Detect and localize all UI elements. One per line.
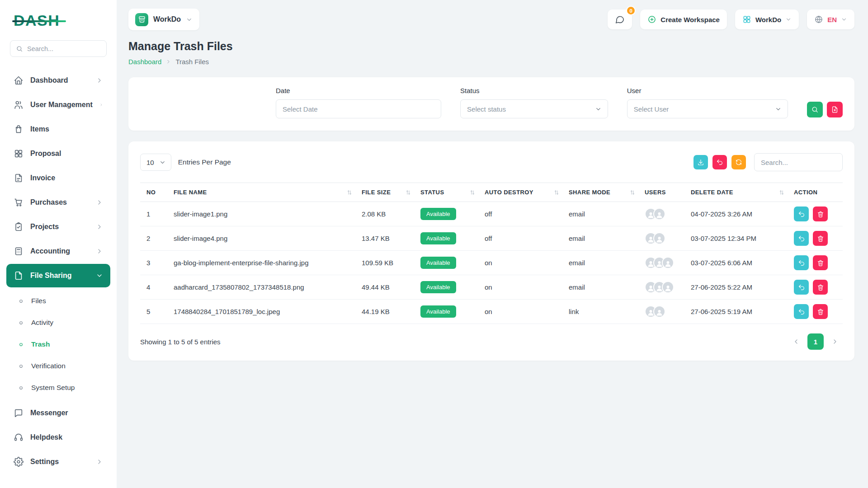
table-head: NOFILE NAMEFILE SIZESTATUSAUTO DESTROYSH… bbox=[140, 183, 843, 202]
messages-button[interactable]: 0 bbox=[608, 9, 632, 29]
grid-icon bbox=[742, 15, 751, 24]
sort-icon bbox=[629, 189, 636, 196]
status-select[interactable]: Select status bbox=[460, 99, 608, 118]
delete-button[interactable] bbox=[813, 206, 828, 221]
pagination-prev-button[interactable] bbox=[788, 334, 804, 349]
create-workspace-button[interactable]: Create Workspace bbox=[640, 9, 727, 29]
undo-icon bbox=[798, 259, 805, 267]
export-button[interactable] bbox=[693, 155, 708, 169]
breadcrumb-dashboard-link[interactable]: Dashboard bbox=[128, 58, 161, 66]
user-select-value: Select User bbox=[634, 105, 669, 113]
pagination-next-button[interactable] bbox=[827, 334, 843, 349]
sidebar-item-file-sharing[interactable]: File Sharing bbox=[6, 264, 110, 287]
column-label: AUTO DESTROY bbox=[485, 189, 533, 196]
sidebar-item-purchases[interactable]: Purchases bbox=[6, 191, 110, 214]
refresh-button[interactable] bbox=[731, 155, 746, 169]
chat-badge: 0 bbox=[626, 6, 636, 15]
sidebar-item-label: Proposal bbox=[30, 150, 61, 158]
restore-all-button[interactable] bbox=[712, 155, 727, 169]
sidebar-subitem-files[interactable]: Files bbox=[6, 290, 110, 312]
restore-button[interactable] bbox=[794, 280, 809, 295]
column-delete-date[interactable]: DELETE DATE bbox=[686, 183, 789, 202]
sidebar-item-invoice[interactable]: Invoice bbox=[6, 166, 110, 190]
table-card: 10 Entries Per Page NOFILE NAMEFILE SIZE… bbox=[128, 141, 854, 361]
chevron-down-icon bbox=[96, 272, 103, 279]
filter-reset-button[interactable] bbox=[827, 102, 843, 117]
restore-button[interactable] bbox=[794, 206, 809, 221]
create-workspace-label: Create Workspace bbox=[660, 16, 720, 23]
sidebar-item-user-management[interactable]: User Management bbox=[6, 93, 110, 117]
restore-button[interactable] bbox=[794, 255, 809, 270]
cell-auto-destroy: off bbox=[480, 202, 564, 226]
filter-search-button[interactable] bbox=[807, 102, 823, 117]
cell-users bbox=[640, 202, 686, 226]
showing-entries-text: Showing 1 to 5 of 5 entries bbox=[140, 338, 221, 346]
sidebar-item-helpdesk[interactable]: Helpdesk bbox=[6, 426, 110, 449]
sidebar-item-label: Messenger bbox=[30, 409, 68, 417]
cell-share-mode: email bbox=[564, 202, 640, 226]
download-icon bbox=[697, 159, 704, 166]
undo-icon bbox=[716, 159, 723, 166]
delete-button[interactable] bbox=[813, 280, 828, 295]
cell-action bbox=[789, 226, 843, 251]
status-badge: Available bbox=[420, 257, 456, 269]
chevron-down-icon bbox=[159, 159, 166, 166]
entries-per-page-select[interactable]: 10 bbox=[140, 154, 171, 171]
table-row: 1slider-image1.png2.08 KBAvailableoffema… bbox=[140, 202, 843, 226]
restore-button[interactable] bbox=[794, 304, 809, 319]
trash-icon bbox=[817, 235, 824, 242]
sidebar-search-input[interactable] bbox=[27, 45, 101, 52]
column-file-size[interactable]: FILE SIZE bbox=[357, 183, 416, 202]
apps-dropdown[interactable]: WorkDo bbox=[735, 9, 799, 29]
cell-auto-destroy: on bbox=[480, 300, 564, 324]
sidebar-subitem-trash[interactable]: Trash bbox=[6, 333, 110, 355]
status-select-value: Select status bbox=[467, 105, 506, 113]
sidebar-subitem-activity[interactable]: Activity bbox=[6, 312, 110, 333]
delete-button[interactable] bbox=[813, 255, 828, 270]
sidebar-item-proposal[interactable]: Proposal bbox=[6, 142, 110, 165]
trash-icon bbox=[817, 284, 824, 291]
date-input[interactable] bbox=[276, 99, 441, 118]
sidebar-subitem-verification[interactable]: Verification bbox=[6, 355, 110, 377]
column-share-mode[interactable]: SHARE MODE bbox=[564, 183, 640, 202]
cell-users bbox=[640, 275, 686, 300]
column-file-name[interactable]: FILE NAME bbox=[169, 183, 357, 202]
sidebar-item-settings[interactable]: Settings bbox=[6, 450, 110, 474]
pagination-page-1[interactable]: 1 bbox=[807, 333, 824, 350]
sidebar-item-messenger[interactable]: Messenger bbox=[6, 401, 110, 425]
trash-icon bbox=[817, 259, 824, 267]
status-badge: Available bbox=[420, 208, 456, 220]
table-header-row: NOFILE NAMEFILE SIZESTATUSAUTO DESTROYSH… bbox=[140, 183, 843, 202]
restore-button[interactable] bbox=[794, 231, 809, 246]
cell-share-mode: email bbox=[564, 275, 640, 300]
language-dropdown[interactable]: EN bbox=[807, 9, 854, 29]
sidebar-item-projects[interactable]: Projects bbox=[6, 215, 110, 239]
sidebar-item-accounting[interactable]: Accounting bbox=[6, 239, 110, 263]
file-icon bbox=[14, 271, 24, 281]
sidebar-item-dashboard[interactable]: Dashboard bbox=[6, 69, 110, 92]
pagination: 1 bbox=[788, 333, 843, 350]
delete-button[interactable] bbox=[813, 304, 828, 319]
cell-no: 1 bbox=[140, 202, 169, 226]
table-search-input[interactable] bbox=[754, 153, 843, 171]
sidebar-item-items[interactable]: Items bbox=[6, 117, 110, 141]
cell-delete-date: 03-07-2025 12:34 PM bbox=[686, 226, 789, 251]
column-status[interactable]: STATUS bbox=[416, 183, 480, 202]
user-label: User bbox=[627, 87, 788, 94]
delete-button[interactable] bbox=[813, 231, 828, 246]
brand-logo[interactable]: DASH bbox=[6, 12, 60, 29]
column-auto-destroy[interactable]: AUTO DESTROY bbox=[480, 183, 564, 202]
filter-card: Date Status Select status User Select Us… bbox=[128, 77, 854, 131]
sidebar-subitem-system-setup[interactable]: System Setup bbox=[6, 377, 110, 399]
user-avatar bbox=[662, 281, 674, 293]
user-select[interactable]: Select User bbox=[627, 99, 788, 118]
chevron-right-icon bbox=[831, 338, 839, 345]
table-footer: Showing 1 to 5 of 5 entries 1 bbox=[140, 333, 843, 350]
sort-icon bbox=[469, 189, 476, 196]
workdo-logo-icon bbox=[138, 15, 146, 23]
user-avatar bbox=[653, 232, 665, 244]
bag-icon bbox=[14, 124, 24, 134]
breadcrumb: Dashboard Trash Files bbox=[128, 58, 854, 66]
search-icon bbox=[16, 45, 23, 52]
workspace-switcher[interactable]: WorkDo bbox=[128, 9, 199, 30]
